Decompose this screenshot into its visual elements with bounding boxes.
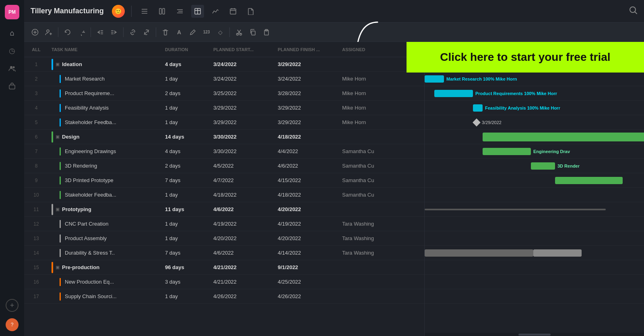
indent-button[interactable] [108, 26, 120, 38]
col-task-name: TASK NAME [48, 47, 165, 52]
cta-banner[interactable]: Click here to start your free trial [407, 42, 644, 73]
view-file-icon[interactable] [244, 5, 257, 18]
row-number: 10 [24, 192, 48, 198]
add-user-button[interactable] [43, 26, 55, 38]
table-header: ALL TASK NAME DURATION PLANNED START... … [24, 42, 424, 57]
number-button[interactable]: 123 [200, 26, 213, 38]
table-row[interactable]: 17Supply Chain Sourci...1 day4/26/20224/… [24, 289, 424, 304]
row-assigned: Samantha Cu [342, 148, 424, 154]
sidebar-add-button[interactable]: + [6, 299, 19, 312]
view-align-icon[interactable] [173, 5, 186, 18]
expand-icon[interactable]: ▣ [56, 265, 60, 270]
row-assigned: Mike Horn [342, 90, 424, 96]
row-assigned: Mike Horn [342, 76, 424, 82]
table-row[interactable]: 93D Printed Prototype7 days4/7/20224/15/… [24, 173, 424, 188]
view-calendar-icon[interactable] [227, 5, 239, 18]
table-row[interactable]: 3Product Requireme...2 days3/25/20223/28… [24, 86, 424, 101]
gantt-scrollbar[interactable] [425, 333, 644, 336]
gantt-row [425, 202, 644, 217]
sidebar: PM ⌂ ◷ + ? [0, 0, 24, 336]
table-row[interactable]: 7Engineering Drawings4 days3/30/20224/4/… [24, 144, 424, 159]
delete-button[interactable] [159, 26, 171, 38]
task-color-bar [60, 89, 61, 97]
task-color-bar [60, 191, 61, 199]
view-columns-icon[interactable] [156, 5, 169, 18]
task-color-bar [60, 249, 61, 257]
sidebar-item-clock[interactable]: ◷ [5, 44, 19, 58]
table-row[interactable]: 83D Rendering2 days4/5/20224/6/2022Saman… [24, 159, 424, 173]
row-task-name: Market Research [48, 75, 165, 83]
gantt-label: 3/29/2022 [482, 120, 502, 125]
add-task-button[interactable] [29, 26, 41, 38]
row-duration: 7 days [165, 177, 213, 183]
row-number: 12 [24, 221, 48, 227]
row-assigned: Mike Horn [342, 105, 424, 111]
col-planned-finish: PLANNED FINISH ... [278, 47, 342, 52]
expand-icon[interactable]: ▣ [56, 134, 60, 139]
diamond-button[interactable]: ◇ [214, 26, 226, 38]
sidebar-item-home[interactable]: ⌂ [5, 26, 19, 40]
expand-icon[interactable]: ▣ [56, 207, 60, 212]
col-planned-start: PLANNED START... [213, 47, 278, 52]
svg-line-40 [239, 30, 241, 32]
expand-icon[interactable]: ▣ [56, 62, 60, 67]
row-duration: 11 days [165, 206, 213, 212]
outdent-button[interactable] [94, 26, 106, 38]
view-chart-icon[interactable] [209, 5, 222, 18]
view-table-icon[interactable] [191, 5, 204, 18]
task-color-bar [60, 292, 61, 301]
app-logo[interactable]: PM [5, 5, 19, 19]
table-row[interactable]: 13Product Assembly1 day4/20/20224/20/202… [24, 231, 424, 246]
table-row[interactable]: 16New Production Eq...3 days4/21/20224/2… [24, 275, 424, 289]
sidebar-item-people[interactable] [5, 61, 19, 76]
table-row[interactable]: 15▣Pre-production96 days4/21/20229/1/202… [24, 260, 424, 275]
row-start: 3/29/2022 [213, 105, 278, 111]
table-row[interactable]: 12CNC Part Creation1 day4/19/20224/19/20… [24, 217, 424, 231]
row-duration: 96 days [165, 264, 213, 270]
row-task-name: Product Requireme... [48, 89, 165, 97]
project-avatar[interactable]: 🙂 [112, 5, 125, 18]
font-button[interactable]: A [173, 26, 185, 38]
table-row[interactable]: 4Feasibility Analysis1 day3/29/20223/29/… [24, 101, 424, 115]
cut-button[interactable] [233, 26, 245, 38]
row-finish: 4/26/2022 [278, 293, 342, 299]
unlink-button[interactable] [140, 26, 153, 38]
toolbar: A 123 ◇ [24, 23, 644, 42]
task-color-bar [60, 104, 61, 112]
toolbar-divider-1 [58, 27, 58, 37]
row-finish: 4/14/2022 [278, 250, 342, 256]
copy-button[interactable] [247, 26, 259, 38]
table-row[interactable]: 5Stakeholder Feedba...1 day3/29/20223/29… [24, 115, 424, 130]
gantt-bar-label: Feasibility Analysis 100% Mike Horr [485, 106, 560, 110]
search-icon[interactable] [629, 6, 638, 17]
task-color-bar [60, 234, 61, 243]
row-duration: 2 days [165, 163, 213, 169]
view-list-icon[interactable] [138, 5, 151, 18]
table-row[interactable]: 1▣Ideation4 days3/24/20223/29/2022 [24, 57, 424, 72]
user-avatar-sidebar[interactable]: ? [6, 318, 19, 331]
row-number: 7 [24, 149, 48, 154]
gantt-area: MAR, 20 '22 MAR, 27 '22 APR, 3 '22 WTFSS… [425, 42, 644, 336]
brush-button[interactable] [187, 26, 199, 38]
table-row[interactable]: 10Stakeholder Feedba...1 day4/18/20224/1… [24, 188, 424, 202]
row-number: 13 [24, 236, 48, 241]
link-button[interactable] [127, 26, 139, 38]
table-row[interactable]: 6▣Design14 days3/30/20224/18/2022 [24, 130, 424, 144]
table-row[interactable]: 11▣Prototyping11 days4/6/20224/20/2022 [24, 202, 424, 217]
row-duration: 4 days [165, 61, 213, 67]
row-task-name: Stakeholder Feedba... [48, 191, 165, 199]
row-start: 3/24/2022 [213, 76, 278, 82]
sidebar-item-briefcase[interactable] [5, 79, 19, 93]
row-duration: 7 days [165, 250, 213, 256]
cta-text: Click here to start your free trial [440, 51, 610, 64]
redo-button[interactable] [75, 26, 87, 38]
table-row[interactable]: 14Durability & Stress T..7 days4/6/20224… [24, 246, 424, 260]
paste-button[interactable] [260, 26, 272, 38]
row-start: 4/6/2022 [213, 250, 278, 256]
table-row[interactable]: 2Market Research1 day3/24/20223/24/2022M… [24, 72, 424, 86]
undo-button[interactable] [62, 26, 74, 38]
gantt-scrollbar-thumb[interactable] [518, 334, 551, 336]
row-finish: 4/25/2022 [278, 279, 342, 285]
gantt-body: Ideation 100%Market Research 100% Mike H… [425, 57, 644, 333]
gantt-bar [434, 90, 473, 97]
